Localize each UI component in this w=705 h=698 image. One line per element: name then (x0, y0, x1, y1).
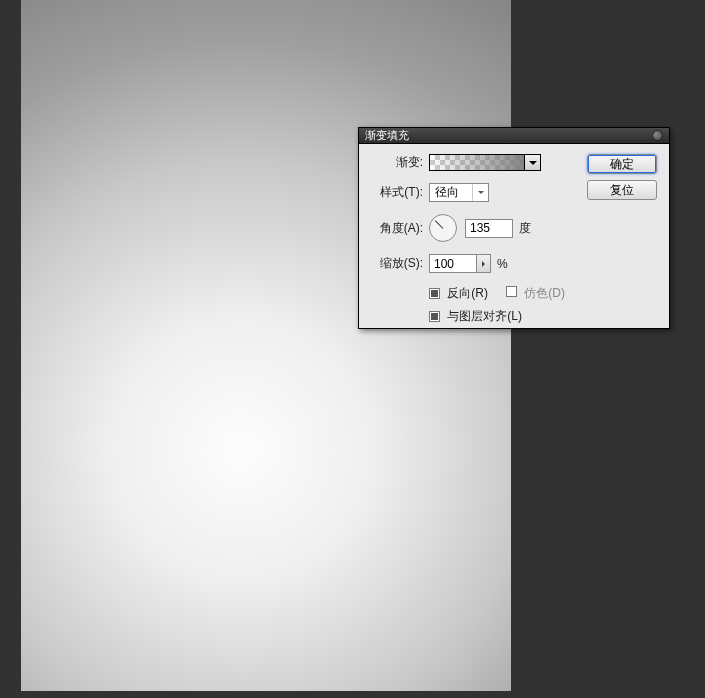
align-checkbox[interactable] (429, 311, 440, 322)
gradient-row: 渐变: (367, 154, 581, 171)
style-select[interactable]: 径向 (429, 183, 489, 202)
chevron-down-icon (472, 184, 488, 201)
angle-dial[interactable] (429, 214, 457, 242)
scale-row: 缩放(S): % (367, 254, 581, 273)
scale-stepper[interactable] (477, 254, 491, 273)
angle-label: 角度(A): (367, 220, 423, 237)
style-label: 样式(T): (367, 184, 423, 201)
scale-input[interactable] (429, 254, 477, 273)
scale-label: 缩放(S): (367, 255, 423, 272)
dialog-title: 渐变填充 (365, 128, 409, 143)
angle-input[interactable] (465, 219, 513, 238)
gradient-preview[interactable] (429, 154, 525, 171)
dialog-titlebar[interactable]: 渐变填充 (359, 128, 669, 144)
align-label[interactable]: 与图层对齐(L) (447, 309, 522, 323)
dither-label[interactable]: 仿色(D) (524, 286, 565, 300)
document-canvas[interactable] (21, 0, 511, 691)
gradient-label: 渐变: (367, 154, 423, 171)
angle-row: 角度(A): 度 (367, 214, 581, 242)
scale-unit: % (497, 257, 508, 271)
style-value: 径向 (435, 184, 459, 201)
reverse-label[interactable]: 反向(R) (447, 286, 488, 300)
dither-checkbox[interactable] (506, 286, 517, 297)
gradient-fill-dialog: 渐变填充 渐变: 样式(T): 径向 角度(A): 度 (358, 127, 670, 329)
style-row: 样式(T): 径向 (367, 183, 581, 202)
reverse-checkbox[interactable] (429, 288, 440, 299)
gradient-dropdown-arrow[interactable] (525, 154, 541, 171)
collapse-icon[interactable] (652, 130, 663, 141)
ok-button[interactable]: 确定 (587, 154, 657, 174)
reset-button[interactable]: 复位 (587, 180, 657, 200)
angle-unit: 度 (519, 220, 531, 237)
